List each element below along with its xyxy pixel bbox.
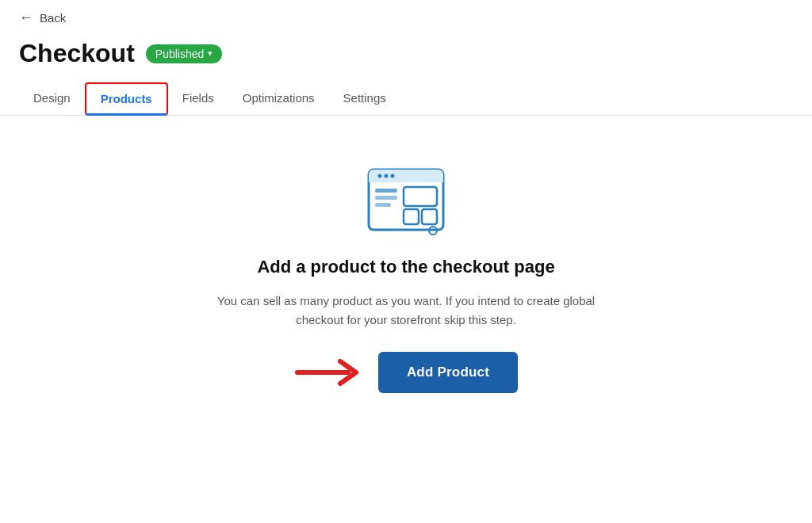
header-section: Checkout Published ▾	[0, 36, 812, 68]
tab-settings[interactable]: Settings	[329, 83, 400, 115]
main-content: Add a product to the checkout page You c…	[0, 116, 812, 425]
cta-row: Add Product	[294, 352, 518, 393]
red-arrow-icon	[294, 355, 366, 390]
empty-state-description: You can sell as many product as you want…	[200, 292, 612, 330]
svg-rect-8	[375, 203, 391, 207]
svg-point-3	[378, 174, 382, 178]
back-label[interactable]: Back	[40, 11, 66, 25]
status-badge[interactable]: Published ▾	[146, 44, 223, 63]
svg-point-4	[385, 174, 389, 178]
svg-rect-9	[404, 187, 437, 206]
back-arrow-icon[interactable]: ←	[19, 10, 33, 26]
empty-state-icon	[362, 163, 450, 242]
tab-products[interactable]: Products	[85, 82, 168, 116]
svg-rect-11	[422, 209, 437, 224]
svg-rect-2	[369, 179, 443, 182]
svg-rect-6	[375, 189, 397, 193]
chevron-down-icon: ▾	[208, 48, 213, 59]
tab-optimizations[interactable]: Optimizations	[228, 83, 329, 115]
svg-rect-7	[375, 196, 397, 200]
tab-design[interactable]: Design	[19, 83, 85, 115]
status-label: Published	[155, 48, 205, 60]
tabs-bar: Design Products Fields Optimizations Set…	[0, 68, 812, 116]
svg-rect-10	[404, 209, 419, 224]
top-bar: ← Back	[0, 0, 812, 36]
empty-state-title: Add a product to the checkout page	[257, 257, 554, 277]
add-product-button[interactable]: Add Product	[378, 352, 518, 393]
svg-point-5	[391, 174, 395, 178]
page-title: Checkout	[19, 39, 135, 68]
tab-fields[interactable]: Fields	[168, 83, 228, 115]
